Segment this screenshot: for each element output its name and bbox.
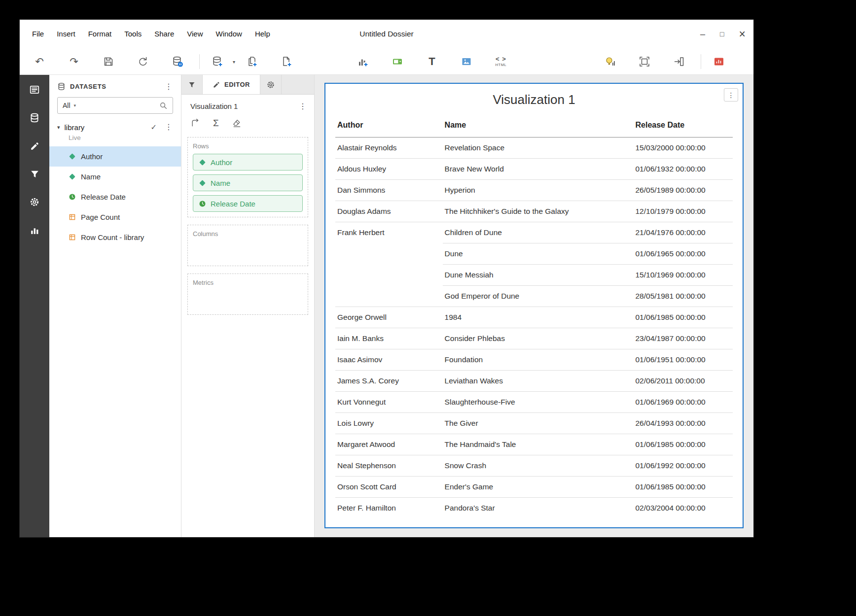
date-cell[interactable]: 02/03/2004 00:00:00 [633,498,733,519]
dataset-menu-button[interactable]: ⋮ [161,123,176,131]
dataset-status-button[interactable] [168,52,187,71]
rail-edit-button[interactable] [26,137,43,155]
name-cell[interactable]: Children of Dune [443,222,634,243]
dataset-row-library[interactable]: ▾ library ✓ ⋮ [49,120,181,133]
author-cell[interactable]: James S.A. Corey [335,371,443,392]
swap-axes-button[interactable] [190,118,200,128]
column-header-author[interactable]: Author [335,114,443,137]
author-cell[interactable] [335,286,443,307]
dossier-canvas[interactable]: ⋮ Visualization 1 AuthorNameRelease Date… [315,75,753,537]
date-cell[interactable]: 01/06/1932 00:00:00 [633,159,733,180]
date-cell[interactable]: 01/06/1985 00:00:00 [633,434,733,455]
author-cell[interactable]: Douglas Adams [335,201,443,222]
name-cell[interactable]: Revelation Space [443,137,634,159]
datasets-menu-button[interactable]: ⋮ [161,83,176,91]
menu-format[interactable]: Format [82,20,118,48]
tab-format[interactable] [260,75,282,94]
name-cell[interactable]: Foundation [443,349,634,371]
search-icon[interactable] [159,102,168,110]
undo-button[interactable]: ↶ [30,52,49,71]
menu-help[interactable]: Help [249,20,277,48]
caret-down-icon[interactable]: ▾ [57,124,60,131]
name-cell[interactable]: Brave New World [443,159,634,180]
add-page-button[interactable] [277,52,296,71]
sigma-button[interactable]: Σ [213,118,219,129]
dataset-filter-search[interactable]: All ▾ [57,97,173,114]
name-cell[interactable]: The Giver [443,413,634,434]
rail-settings-button[interactable] [26,193,43,211]
refresh-button[interactable] [133,52,153,71]
rail-datasets-button[interactable] [26,109,43,127]
present-button[interactable] [709,52,729,71]
date-cell[interactable]: 26/04/1993 00:00:00 [633,413,733,434]
redo-button[interactable]: ↷ [64,52,84,71]
collapse-panel-button[interactable] [669,52,689,71]
date-cell[interactable]: 01/06/1992 00:00:00 [633,455,733,477]
visualization-card[interactable]: ⋮ Visualization 1 AuthorNameRelease Date… [324,83,744,528]
author-cell[interactable]: Neal Stephenson [335,455,443,477]
date-cell[interactable]: 23/04/1987 00:00:00 [633,328,733,349]
add-selector-button[interactable] [388,52,407,71]
menu-tools[interactable]: Tools [118,20,148,48]
filter-dropdown-value[interactable]: All [63,102,71,109]
date-cell[interactable]: 01/06/1965 00:00:00 [633,243,733,265]
add-html-button[interactable]: < >HTML [491,52,511,71]
add-data-button[interactable]: ▾ [208,52,227,71]
author-cell[interactable]: Margaret Atwood [335,434,443,455]
date-cell[interactable]: 21/04/1976 00:00:00 [633,222,733,243]
eraser-button[interactable] [232,118,242,128]
name-cell[interactable]: Consider Phlebas [443,328,634,349]
date-cell[interactable]: 02/06/2011 00:00:00 [633,371,733,392]
author-cell[interactable]: Orson Scott Card [335,477,443,498]
menu-window[interactable]: Window [210,20,249,48]
name-cell[interactable]: 1984 [443,307,634,328]
date-cell[interactable]: 01/06/1985 00:00:00 [633,477,733,498]
editor-menu-button[interactable]: ⋮ [295,103,310,110]
name-cell[interactable]: The Handmaid's Tale [443,434,634,455]
name-cell[interactable]: God Emperor of Dune [443,286,634,307]
author-cell[interactable]: Dan Simmons [335,180,443,201]
zone-columns[interactable]: Columns [187,225,308,266]
date-cell[interactable]: 26/05/1989 00:00:00 [633,180,733,201]
author-cell[interactable]: Iain M. Banks [335,328,443,349]
name-cell[interactable]: Leviathan Wakes [443,371,634,392]
rail-charts-button[interactable] [26,221,43,239]
field-row-count-library[interactable]: Row Count - library [49,227,181,247]
author-cell[interactable]: George Orwell [335,307,443,328]
name-cell[interactable]: Dune Messiah [443,265,634,286]
author-cell[interactable]: Lois Lowry [335,413,443,434]
field-name[interactable]: Name [49,167,181,187]
author-cell[interactable]: Alastair Reynolds [335,137,443,159]
add-visualization-button[interactable] [353,52,373,71]
visualization-menu-button[interactable]: ⋮ [724,88,738,102]
save-button[interactable] [99,52,118,71]
tab-editor[interactable]: EDITOR [203,75,260,94]
author-cell[interactable]: Aldous Huxley [335,159,443,180]
menu-share[interactable]: Share [148,20,180,48]
name-cell[interactable]: Ender's Game [443,477,634,498]
date-cell[interactable]: 01/06/1969 00:00:00 [633,392,733,413]
field-author[interactable]: Author [49,146,181,167]
date-cell[interactable]: 01/06/1985 00:00:00 [633,307,733,328]
field-page-count[interactable]: Page Count [49,207,181,227]
zone-rows[interactable]: RowsAuthorNameRelease Date [187,137,308,217]
author-cell[interactable]: Frank Herbert [335,222,443,243]
date-cell[interactable]: 15/03/2000 00:00:00 [633,137,733,159]
name-cell[interactable]: Slaughterhouse-Five [443,392,634,413]
column-header-name[interactable]: Name [443,114,634,137]
zone-metrics[interactable]: Metrics [187,274,308,315]
name-cell[interactable]: Hyperion [443,180,634,201]
insights-button[interactable] [600,52,620,71]
add-text-button[interactable]: T [422,52,442,71]
author-cell[interactable] [335,243,443,265]
add-image-button[interactable] [457,52,476,71]
date-cell[interactable]: 28/05/1981 00:00:00 [633,286,733,307]
chip-release-date[interactable]: Release Date [193,195,303,212]
rail-filter-button[interactable] [26,165,43,183]
name-cell[interactable]: Snow Crash [443,455,634,477]
minimize-button[interactable]: – [700,30,705,38]
free-form-layout-button[interactable] [635,52,654,71]
chip-author[interactable]: Author [193,154,303,171]
date-cell[interactable]: 12/10/1979 00:00:00 [633,201,733,222]
column-header-release-date[interactable]: Release Date [633,114,733,137]
